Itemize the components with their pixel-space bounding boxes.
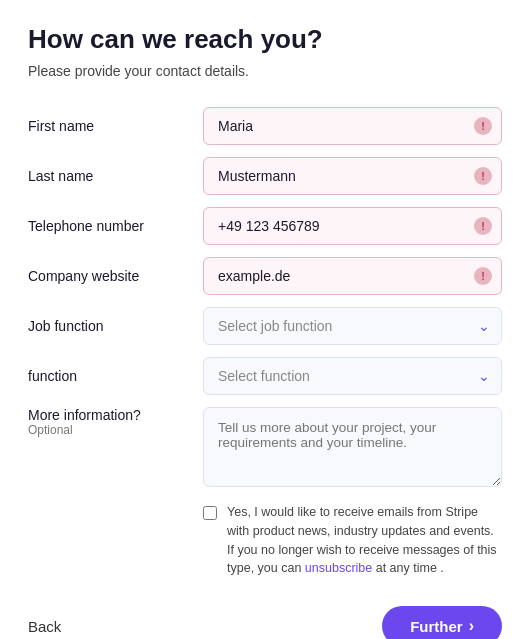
email-consent-checkbox[interactable]: [203, 506, 217, 520]
website-warn-icon: !: [474, 267, 492, 285]
last-name-row: Last name !: [28, 157, 502, 195]
first-name-row: First name !: [28, 107, 502, 145]
further-button[interactable]: Further ›: [382, 606, 502, 639]
telephone-input[interactable]: [203, 207, 502, 245]
telephone-warn-icon: !: [474, 217, 492, 235]
page-title: How can we reach you?: [28, 24, 502, 55]
email-consent-row: Yes, I would like to receive emails from…: [203, 503, 502, 578]
last-name-input-wrap: !: [203, 157, 502, 195]
function-select[interactable]: Select function: [203, 357, 502, 395]
function-row: function Select function ⌄: [28, 357, 502, 395]
email-consent-text: Yes, I would like to receive emails from…: [227, 503, 502, 578]
website-input-wrap: !: [203, 257, 502, 295]
function-label: function: [28, 368, 203, 384]
back-button[interactable]: Back: [28, 618, 61, 635]
further-arrow-icon: ›: [469, 617, 474, 635]
email-consent-text-after: at any time .: [372, 561, 444, 575]
last-name-warn-icon: !: [474, 167, 492, 185]
telephone-input-wrap: !: [203, 207, 502, 245]
more-info-label-block: More information? Optional: [28, 407, 203, 437]
page-subtitle: Please provide your contact details.: [28, 63, 502, 79]
job-function-select[interactable]: Select job function: [203, 307, 502, 345]
first-name-warn-icon: !: [474, 117, 492, 135]
last-name-input[interactable]: [203, 157, 502, 195]
job-function-row: Job function Select job function ⌄: [28, 307, 502, 345]
website-label: Company website: [28, 268, 203, 284]
footer: Back Further ›: [28, 606, 502, 639]
more-info-textarea[interactable]: [203, 407, 502, 487]
website-row: Company website !: [28, 257, 502, 295]
telephone-row: Telephone number !: [28, 207, 502, 245]
website-input[interactable]: [203, 257, 502, 295]
first-name-label: First name: [28, 118, 203, 134]
first-name-input[interactable]: [203, 107, 502, 145]
further-label: Further: [410, 618, 463, 635]
more-info-label: More information?: [28, 407, 203, 423]
more-info-row: More information? Optional: [28, 407, 502, 487]
job-function-label: Job function: [28, 318, 203, 334]
more-info-optional-label: Optional: [28, 423, 203, 437]
unsubscribe-link[interactable]: unsubscribe: [305, 561, 372, 575]
telephone-label: Telephone number: [28, 218, 203, 234]
job-function-select-wrap: Select job function ⌄: [203, 307, 502, 345]
first-name-input-wrap: !: [203, 107, 502, 145]
last-name-label: Last name: [28, 168, 203, 184]
function-select-wrap: Select function ⌄: [203, 357, 502, 395]
